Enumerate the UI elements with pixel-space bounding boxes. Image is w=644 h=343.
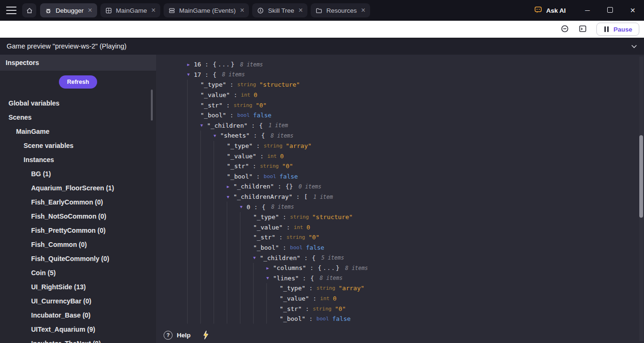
json-line[interactable]: ▼"sheets" : {8 items bbox=[187, 131, 637, 141]
tree-item[interactable]: Instances bbox=[0, 153, 156, 167]
json-line[interactable]: ▼"_childrenArray" : [1 item bbox=[187, 192, 637, 202]
json-line[interactable]: ▼0 : {8 items bbox=[187, 202, 637, 212]
ask-ai-button[interactable]: Ask AI bbox=[534, 6, 566, 15]
tab-maingame[interactable]: MainGame× bbox=[100, 3, 160, 17]
json-line[interactable]: "_type" : string"structure" bbox=[187, 212, 637, 222]
profiler-bolt-icon[interactable] bbox=[203, 330, 209, 340]
tree-item[interactable]: Incubator_Base (0) bbox=[0, 308, 156, 322]
tree-item[interactable]: Incubator_TheNext (0) bbox=[0, 336, 156, 343]
tab-maingame-events[interactable]: MainGame (Events)× bbox=[164, 3, 249, 17]
tree-item[interactable]: Fish_NotSoCommon (0) bbox=[0, 209, 156, 223]
json-line[interactable]: "_bool" : boolfalse bbox=[187, 110, 637, 121]
tree-item[interactable]: Aquarium_FloorScreen (1) bbox=[0, 181, 156, 195]
expand-icon[interactable]: ▶ bbox=[187, 62, 194, 67]
json-line[interactable]: "_bool" : boolfalse bbox=[187, 243, 637, 253]
json-line[interactable]: "_value" : int0 bbox=[187, 294, 637, 304]
console-button[interactable] bbox=[577, 23, 589, 35]
collapse-icon[interactable]: ▼ bbox=[266, 276, 273, 280]
tab-resources[interactable]: Resources× bbox=[311, 3, 370, 17]
events-icon bbox=[168, 7, 175, 14]
json-line[interactable]: "_value" : int0 bbox=[187, 222, 637, 233]
json-line[interactable]: ▼"lines" : {8 items bbox=[187, 273, 637, 283]
json-line[interactable]: "_type" : string"structure" bbox=[187, 80, 637, 90]
json-value: "array" bbox=[286, 142, 312, 149]
sidebar-scrollbar[interactable] bbox=[151, 90, 153, 121]
tree-item[interactable]: Scene variables bbox=[0, 139, 156, 153]
collapse-icon[interactable]: ▼ bbox=[253, 255, 260, 260]
profiler-button[interactable] bbox=[559, 23, 571, 35]
json-line[interactable]: "_bool" : boolfalse bbox=[187, 172, 637, 182]
tab-skill-tree[interactable]: Skill Tree× bbox=[252, 3, 307, 17]
tree-item[interactable]: UI_RightSide (13) bbox=[0, 280, 156, 294]
json-line[interactable]: ▼"_children" : {1 item bbox=[187, 121, 637, 131]
json-line[interactable]: ▶"columns" : {...}8 items bbox=[187, 263, 637, 273]
tree-item[interactable]: Fish_QuiteCommonly (0) bbox=[0, 252, 156, 266]
tab-home[interactable] bbox=[22, 3, 36, 17]
collapse-icon[interactable]: ▼ bbox=[227, 195, 233, 199]
json-value: "array" bbox=[339, 285, 364, 292]
close-tab-icon[interactable]: × bbox=[361, 7, 365, 14]
tab-debugger[interactable]: Debugger× bbox=[40, 3, 97, 17]
json-line[interactable]: ▶16 : {...}8 items bbox=[187, 59, 637, 70]
collapse-icon[interactable]: ▼ bbox=[214, 133, 220, 138]
main-scrollbar[interactable] bbox=[639, 57, 644, 341]
indent-guide bbox=[214, 243, 227, 253]
json-key: "_str" bbox=[253, 234, 275, 241]
collapse-icon[interactable]: ▼ bbox=[187, 72, 194, 77]
help-icon[interactable]: ? bbox=[164, 331, 173, 340]
expand-icon[interactable]: ▶ bbox=[227, 184, 233, 189]
close-button[interactable]: ✕ bbox=[621, 7, 644, 14]
expand-icon[interactable]: ▶ bbox=[266, 266, 273, 270]
json-value: "structure" bbox=[312, 213, 353, 220]
json-line[interactable]: "_value" : int0 bbox=[187, 151, 637, 161]
json-line[interactable]: ▶"_children" : {}0 items bbox=[187, 181, 637, 192]
json-key: "_type" bbox=[253, 213, 279, 220]
collapse-icon[interactable]: ▼ bbox=[200, 123, 207, 128]
json-line[interactable]: ▼17 : {8 items bbox=[187, 70, 637, 80]
tree-item[interactable]: UIText_Aquarium (9) bbox=[0, 322, 156, 336]
main-scrollbar-thumb[interactable] bbox=[639, 135, 643, 218]
json-line[interactable]: "_type" : string"array" bbox=[187, 283, 637, 294]
json-line[interactable]: "_type" : string"array" bbox=[187, 141, 637, 151]
pause-button[interactable]: Pause bbox=[596, 23, 639, 36]
tree-item[interactable]: Fish_EarlyCommon (0) bbox=[0, 195, 156, 209]
console-window-icon bbox=[578, 24, 587, 34]
json-value: false bbox=[280, 173, 298, 180]
preview-title: Game preview "preview-ws-2" (Playing) bbox=[7, 42, 126, 50]
maximize-button[interactable] bbox=[599, 7, 621, 14]
close-tab-icon[interactable]: × bbox=[240, 7, 244, 14]
help-label[interactable]: Help bbox=[177, 332, 190, 339]
tree-item[interactable]: Fish_Common (0) bbox=[0, 237, 156, 252]
json-line[interactable]: "_str" : string"0" bbox=[187, 303, 637, 314]
tree-item[interactable]: Coin (5) bbox=[0, 266, 156, 280]
json-line[interactable]: "_str" : string"0" bbox=[187, 232, 637, 243]
chevron-down-icon[interactable] bbox=[631, 44, 637, 49]
json-key: 16 bbox=[194, 61, 201, 68]
collapse-icon[interactable]: ▼ bbox=[240, 204, 247, 209]
json-line[interactable]: "_value" : int0 bbox=[187, 90, 637, 100]
tree-item[interactable]: Scenes bbox=[0, 110, 156, 124]
preview-header[interactable]: Game preview "preview-ws-2" (Playing) bbox=[0, 38, 644, 55]
json-line[interactable]: "_bool" : boolfalse bbox=[187, 314, 637, 324]
close-tab-icon[interactable]: × bbox=[298, 7, 303, 14]
indent-guide bbox=[227, 314, 240, 324]
indent-guide bbox=[214, 294, 227, 304]
minimize-button[interactable]: ─ bbox=[576, 7, 599, 14]
json-line[interactable]: "_str" : string"0" bbox=[187, 100, 637, 110]
json-line[interactable]: "_str" : string"0" bbox=[187, 161, 637, 172]
tree-item[interactable]: Fish_PrettyCommon (0) bbox=[0, 223, 156, 237]
menu-icon[interactable] bbox=[6, 7, 17, 14]
inspectors-header: Inspectors bbox=[0, 55, 156, 71]
json-line[interactable]: ▼"_children" : {5 items bbox=[187, 253, 637, 263]
tree-item[interactable]: MainGame bbox=[0, 124, 156, 139]
close-tab-icon[interactable]: × bbox=[88, 7, 92, 14]
tree-item[interactable]: UI_CurrencyBar (0) bbox=[0, 294, 156, 308]
tab-label: Resources bbox=[326, 7, 357, 14]
indent-guide bbox=[214, 314, 227, 324]
tree-item[interactable]: BG (1) bbox=[0, 167, 156, 181]
close-tab-icon[interactable]: × bbox=[151, 7, 156, 14]
tree-item[interactable]: Global variables bbox=[0, 96, 156, 110]
indent-guide bbox=[187, 141, 200, 151]
json-key: 17 bbox=[194, 71, 201, 78]
refresh-button[interactable]: Refresh bbox=[59, 75, 97, 89]
